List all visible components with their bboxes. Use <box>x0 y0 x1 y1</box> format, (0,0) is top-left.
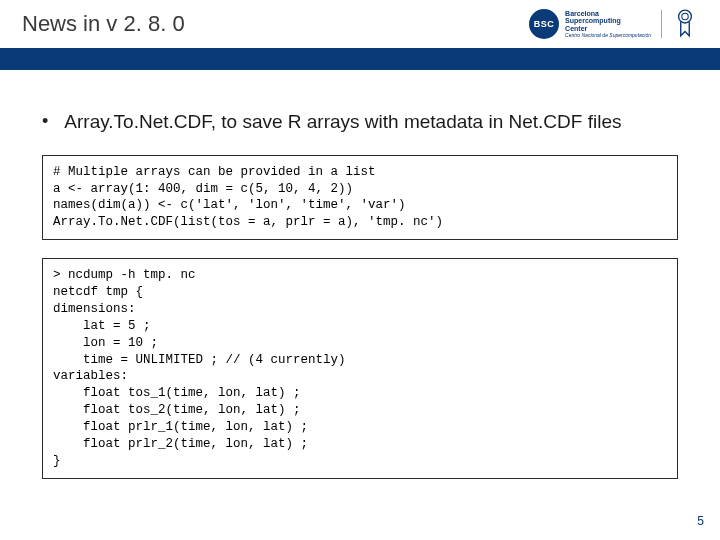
seal-icon <box>672 8 698 40</box>
svg-point-0 <box>679 10 692 23</box>
content-area: • Array.To.Net.CDF, to save R arrays wit… <box>0 70 720 479</box>
logo-line1: Barcelona <box>565 10 651 18</box>
logo-line2: Supercomputing <box>565 17 651 25</box>
logo-block: BSC Barcelona Supercomputing Center Cent… <box>529 8 698 40</box>
page-number: 5 <box>697 514 704 528</box>
code-box-1: # Multiple arrays can be provided in a l… <box>42 155 678 241</box>
logo-abbr: BSC <box>534 19 555 29</box>
code-box-2: > ncdump -h tmp. nc netcdf tmp { dimensi… <box>42 258 678 479</box>
logo-text: Barcelona Supercomputing Center Centro N… <box>565 10 651 39</box>
header-band <box>0 48 720 70</box>
bullet-text: Array.To.Net.CDF, to save R arrays with … <box>64 110 621 135</box>
svg-point-1 <box>682 13 688 19</box>
bsc-logo-icon: BSC <box>529 9 559 39</box>
title-bar: News in v 2. 8. 0 BSC Barcelona Supercom… <box>0 0 720 48</box>
bullet-marker: • <box>42 110 48 133</box>
bullet-row: • Array.To.Net.CDF, to save R arrays wit… <box>30 110 690 135</box>
logo-sub: Centro Nacional de Supercomputación <box>565 33 651 39</box>
slide-title: News in v 2. 8. 0 <box>22 11 185 37</box>
logo-separator <box>661 10 662 38</box>
